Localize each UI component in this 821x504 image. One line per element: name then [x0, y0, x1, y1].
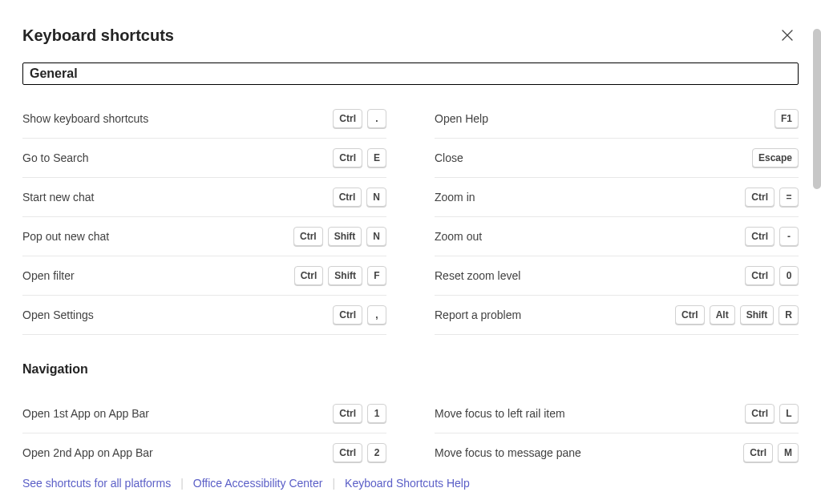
shortcut-row: Move focus to message paneCtrlM [435, 433, 799, 466]
shortcut-keys: Ctrl- [745, 227, 799, 246]
shortcut-row: Move focus to left rail itemCtrlL [435, 394, 799, 433]
key-cap: Ctrl [333, 305, 362, 325]
shortcut-row: Pop out new chatCtrlShiftN [22, 217, 386, 256]
shortcut-row: Open 2nd App on App BarCtrl2 [22, 433, 386, 466]
shortcut-label: Pop out new chat [22, 230, 109, 243]
key-cap: = [779, 187, 799, 207]
shortcut-keys: F1 [774, 109, 799, 128]
key-cap: Ctrl [675, 305, 705, 325]
dialog-header: Keyboard shortcuts [0, 0, 821, 56]
shortcut-row: Open 1st App on App BarCtrl1 [22, 394, 386, 433]
shortcut-keys: CtrlE [333, 148, 386, 167]
key-cap: L [779, 404, 799, 423]
close-button[interactable] [776, 24, 799, 46]
shortcut-label: Open filter [22, 269, 75, 282]
scrollbar-thumb[interactable] [813, 29, 821, 189]
shortcut-keys: CtrlN [333, 187, 386, 207]
shortcut-keys: CtrlAltShiftR [675, 305, 799, 325]
key-cap: E [367, 148, 386, 167]
key-cap: N [366, 187, 386, 207]
shortcut-row: Go to SearchCtrlE [22, 139, 386, 178]
shortcut-row: CloseEscape [435, 139, 799, 178]
shortcut-row: Zoom outCtrl- [435, 217, 799, 256]
key-cap: 0 [779, 266, 799, 285]
shortcut-keys: Ctrl2 [333, 443, 386, 462]
key-cap: Ctrl [743, 443, 773, 462]
keyboard-shortcuts-dialog: Keyboard shortcuts General Show keyboard… [0, 0, 821, 504]
shortcut-label: Reset zoom level [435, 269, 520, 282]
shortcuts-help-link[interactable]: Keyboard Shortcuts Help [345, 477, 470, 490]
key-cap: Ctrl [294, 266, 324, 285]
dialog-title: Keyboard shortcuts [22, 26, 174, 45]
footer-separator: | [180, 477, 184, 490]
key-cap: Ctrl [293, 227, 323, 246]
key-cap: 2 [367, 443, 386, 462]
key-cap: Ctrl [745, 227, 774, 246]
shortcut-label: Close [435, 151, 463, 164]
shortcut-label: Report a problem [435, 308, 521, 321]
section-navigation-header: Navigation [22, 359, 799, 380]
shortcut-label: Open Help [435, 112, 488, 125]
general-left-column: Show keyboard shortcutsCtrl.Go to Search… [22, 99, 386, 335]
shortcut-label: Open 1st App on App Bar [22, 407, 149, 420]
key-cap: - [779, 227, 799, 246]
shortcut-keys: CtrlShiftF [294, 266, 386, 285]
shortcut-keys: Ctrl1 [333, 404, 386, 423]
see-all-platforms-link[interactable]: See shortcuts for all platforms [22, 477, 171, 490]
navigation-left-column: Open 1st App on App BarCtrl1Open 2nd App… [22, 394, 386, 466]
close-icon [781, 29, 794, 42]
shortcut-label: Move focus to message pane [435, 446, 581, 459]
key-cap: Ctrl [745, 187, 774, 207]
key-cap: F1 [774, 109, 799, 128]
key-cap: Escape [752, 148, 799, 167]
shortcut-keys: Ctrl, [333, 305, 386, 325]
shortcut-label: Start new chat [22, 191, 95, 204]
key-cap: Ctrl [333, 109, 362, 128]
content-scroll-area[interactable]: General Show keyboard shortcutsCtrl.Go t… [0, 56, 821, 466]
key-cap: Ctrl [333, 187, 362, 207]
shortcut-label: Show keyboard shortcuts [22, 112, 148, 125]
shortcut-keys: Ctrl0 [745, 266, 799, 285]
dialog-footer: See shortcuts for all platforms | Office… [0, 464, 821, 504]
shortcut-label: Open 2nd App on App Bar [22, 446, 153, 459]
key-cap: Ctrl [745, 404, 774, 423]
key-cap: Shift [328, 227, 362, 246]
office-accessibility-link[interactable]: Office Accessibility Center [193, 477, 323, 490]
key-cap: N [366, 227, 386, 246]
shortcut-keys: Ctrl. [333, 109, 386, 128]
general-columns: Show keyboard shortcutsCtrl.Go to Search… [0, 99, 821, 335]
key-cap: Ctrl [745, 266, 774, 285]
key-cap: Ctrl [333, 404, 362, 423]
key-cap: Ctrl [333, 443, 362, 462]
key-cap: Shift [328, 266, 362, 285]
shortcut-row: Open HelpF1 [435, 99, 799, 139]
key-cap: Ctrl [333, 148, 362, 167]
key-cap: R [779, 305, 799, 325]
shortcut-label: Move focus to left rail item [435, 407, 565, 420]
shortcut-row: Start new chatCtrlN [22, 178, 386, 217]
key-cap: Shift [740, 305, 774, 325]
navigation-columns: Open 1st App on App BarCtrl1Open 2nd App… [0, 394, 821, 466]
shortcut-keys: CtrlL [745, 404, 799, 423]
shortcut-row: Open SettingsCtrl, [22, 296, 386, 335]
key-cap: F [367, 266, 386, 285]
key-cap: Alt [710, 305, 735, 325]
shortcut-keys: Escape [752, 148, 799, 167]
shortcut-row: Open filterCtrlShiftF [22, 256, 386, 296]
shortcut-label: Zoom in [435, 191, 475, 204]
footer-separator: | [332, 477, 335, 490]
key-cap: , [367, 305, 386, 325]
key-cap: . [367, 109, 386, 128]
general-right-column: Open HelpF1CloseEscapeZoom inCtrl=Zoom o… [435, 99, 799, 335]
shortcut-keys: CtrlShiftN [293, 227, 386, 246]
shortcut-label: Open Settings [22, 308, 94, 321]
shortcut-label: Go to Search [22, 151, 89, 164]
key-cap: 1 [367, 404, 386, 423]
shortcut-label: Zoom out [435, 230, 482, 243]
shortcut-keys: CtrlM [743, 443, 799, 462]
key-cap: M [778, 443, 799, 462]
section-general-header[interactable]: General [22, 62, 799, 85]
shortcut-row: Reset zoom levelCtrl0 [435, 256, 799, 296]
shortcut-row: Zoom inCtrl= [435, 178, 799, 217]
shortcut-row: Show keyboard shortcutsCtrl. [22, 99, 386, 139]
